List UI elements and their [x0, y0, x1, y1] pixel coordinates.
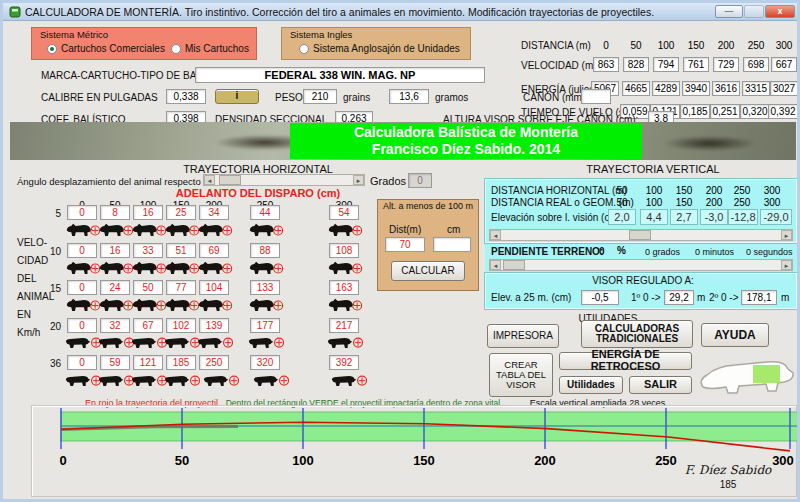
elevation-scroll-thumb[interactable] — [629, 230, 651, 240]
distancia-value: 200 — [713, 40, 739, 51]
sistema-metrico-title: Sistema Métrico — [40, 29, 108, 40]
energia-retroceso-button[interactable]: ENERGÍA DE RETROCESO — [559, 352, 692, 370]
adelanto-cell: 16 — [100, 243, 130, 258]
elev-cell: -29,0 — [760, 209, 792, 225]
adelanto-cell: 51 — [166, 243, 196, 258]
distancia-value: 300 — [771, 40, 797, 51]
banner-line2: Francisco Díez Sabido. 2014 — [290, 141, 642, 158]
boar-icon — [164, 260, 200, 277]
adelanto-cell: 0 — [67, 318, 97, 333]
gramos-label: gramos — [435, 92, 468, 103]
zero2-unit: m — [781, 292, 789, 303]
pendiente-minutos: 0 minutos — [695, 247, 734, 257]
dist-r-value: 100 — [641, 197, 667, 208]
info-button[interactable]: i — [215, 89, 259, 104]
scroll-left-icon[interactable]: ◄ — [204, 175, 215, 185]
calibre-field[interactable]: 0,338 — [166, 89, 206, 104]
distancia-value: 0 — [593, 40, 619, 51]
scroll-right-icon[interactable]: ► — [781, 230, 792, 240]
calcular-button[interactable]: CALCULAR — [391, 261, 465, 281]
calibre-label: CALIBRE EN PULGADAS — [41, 92, 158, 103]
peso-label: PESO: — [275, 92, 306, 103]
app-window: CALCULADORA DE MONTERÍA. Tiro instintivo… — [0, 0, 800, 502]
elev25-field[interactable]: -0,5 — [581, 290, 619, 305]
boar-icon — [248, 335, 284, 352]
close-button[interactable]: x — [765, 5, 795, 18]
distancia-value: 100 — [653, 40, 679, 51]
salir-button[interactable]: SALIR — [629, 376, 692, 394]
dist-h-value: 200 — [701, 185, 727, 196]
boar-icon — [327, 260, 363, 277]
boar-icon — [98, 260, 134, 277]
energia-cell: 3315 — [742, 81, 770, 96]
scroll-left-icon[interactable]: ◄ — [490, 230, 501, 240]
radio-mis-cartuchos-label: Mis Cartuchos — [185, 43, 249, 54]
elevation-scrollbar[interactable]: ◄ ► — [489, 229, 793, 241]
speed-label: 15 — [43, 283, 61, 294]
elev25-label: Elev. a 25 m. (cm) — [491, 292, 571, 303]
boar-icon — [131, 222, 167, 239]
minimize-button[interactable]: — — [715, 5, 743, 18]
scroll-left-icon[interactable]: ◄ — [490, 260, 501, 270]
dist-r-value: 50 — [609, 197, 635, 208]
speed-label: 20 — [43, 321, 61, 332]
banner: Calculadora Balística de Montería Franci… — [290, 123, 642, 159]
adelanto-cell: 88 — [250, 243, 280, 258]
dist-h-value: 100 — [641, 185, 667, 196]
utilidades-button[interactable]: Utilidades — [559, 376, 623, 394]
pendiente-pct: % — [617, 245, 626, 256]
dist-field[interactable]: 70 — [385, 237, 425, 252]
scroll-right-icon[interactable]: ► — [781, 260, 792, 270]
x-tick-label: 200 — [534, 453, 556, 468]
radio-anglosajon[interactable] — [299, 44, 309, 54]
adelanto-cell: 32 — [100, 318, 130, 333]
angulo-scrollbar[interactable]: ◄ ► — [203, 174, 365, 186]
scroll-right-icon[interactable]: ► — [353, 175, 364, 185]
energia-cell: 4289 — [652, 81, 680, 96]
crear-tabla-button[interactable]: CREAR TABLA DEL VISOR — [489, 353, 553, 397]
zero2-field[interactable]: 178,1 — [741, 290, 777, 305]
speed-label: 5 — [47, 208, 61, 219]
adelanto-cell: 121 — [133, 355, 163, 370]
boar-icon — [98, 297, 134, 314]
radio-mis-cartuchos[interactable] — [171, 44, 181, 54]
pendiente-grados: 0 grados — [645, 247, 680, 257]
velocidad-cell: 828 — [623, 57, 649, 72]
peso-grains-field[interactable]: 210 — [303, 89, 337, 104]
canon-field[interactable] — [581, 89, 611, 104]
zero1-label: 1º 0 -> — [631, 292, 661, 303]
pendiente-scroll-thumb[interactable] — [503, 260, 525, 270]
signature-name: F. Díez Sabido — [663, 463, 793, 477]
boar-icon — [164, 373, 200, 390]
boar-icon — [98, 335, 134, 352]
cm-field[interactable] — [433, 237, 471, 252]
adelanto-cell: 102 — [166, 318, 196, 333]
ayuda-button[interactable]: AYUDA — [701, 323, 769, 347]
vital-zone-rect — [753, 365, 780, 383]
speed-label: 36 — [43, 358, 61, 369]
calculadoras-button[interactable]: CALCULADORAS TRADICIONALES — [581, 320, 693, 348]
radio-cartuchos-comerciales[interactable] — [47, 44, 57, 54]
peso-gramos-field[interactable]: 13,6 — [389, 89, 429, 104]
grados-field[interactable]: 0 — [408, 173, 432, 188]
adelanto-cell: 139 — [199, 318, 229, 333]
distancia-label: DISTANCIA (m) — [521, 40, 591, 51]
maximize-button[interactable] — [744, 5, 764, 18]
elev-cell: -3,0 — [700, 209, 728, 225]
boar-icon — [327, 297, 363, 314]
boar-icon — [248, 222, 284, 239]
adelanto-cell: 54 — [329, 205, 359, 220]
boar-icon — [65, 373, 101, 390]
deer-silhouette — [650, 128, 770, 156]
adelanto-cell: 24 — [100, 280, 130, 295]
boar-icon — [65, 335, 101, 352]
impresora-button[interactable]: IMPRESORA — [487, 324, 559, 348]
adelanto-cell: 44 — [250, 205, 280, 220]
boar-icon — [197, 222, 233, 239]
marca-field[interactable]: FEDERAL 338 WIN. MAG. NP — [195, 67, 485, 83]
boar-icon — [197, 335, 233, 352]
angulo-scroll-thumb[interactable] — [219, 175, 241, 185]
zero1-field[interactable]: 29,2 — [664, 290, 694, 305]
pendiente-scrollbar[interactable]: ◄ ► — [489, 259, 793, 271]
title-bar[interactable]: CALCULADORA DE MONTERÍA. Tiro instintivo… — [3, 3, 797, 21]
